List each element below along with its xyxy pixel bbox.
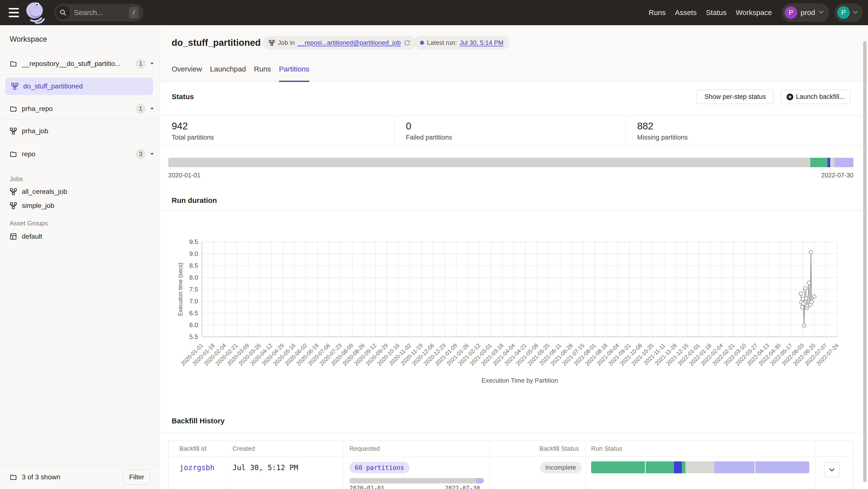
caret-down-icon[interactable] xyxy=(150,107,154,110)
user-menu[interactable]: P xyxy=(834,3,863,22)
top-nav-runs[interactable]: Runs xyxy=(649,8,665,17)
column-header-backfill-status: Backfill Status xyxy=(498,441,579,456)
status-heading: Status xyxy=(172,91,194,103)
top-nav-workspace[interactable]: Workspace xyxy=(736,8,772,17)
tab-overview[interactable]: Overview xyxy=(172,61,202,82)
bar-segment xyxy=(685,461,715,473)
sidebar-item-default[interactable]: default xyxy=(0,229,160,243)
backfill-history-table: Backfill Id Created Requested Backfill S… xyxy=(168,441,854,489)
divider xyxy=(625,115,626,145)
bar-segment xyxy=(591,461,645,473)
backfill-history-heading: Backfill History xyxy=(172,415,224,427)
requested-progress-bar xyxy=(349,478,484,483)
search-input[interactable]: Search... / xyxy=(54,4,144,21)
workspace-sidebar: Workspace __repository__do_stuff_partiti… xyxy=(0,25,160,489)
bar-segment xyxy=(674,461,682,473)
caret-down-icon[interactable] xyxy=(150,153,154,155)
folder-icon xyxy=(10,105,17,112)
plus-circle-icon xyxy=(786,93,794,101)
execution-time-chart[interactable]: 9.59.08.58.07.57.06.56.05.52020-01-01202… xyxy=(160,210,868,389)
svg-text:8.0: 8.0 xyxy=(189,274,198,281)
svg-text:8.5: 8.5 xyxy=(189,262,198,269)
svg-text:9.5: 9.5 xyxy=(189,238,198,246)
item-count-badge: 3 xyxy=(135,149,146,159)
repository-link[interactable]: __reposi...artitioned@partitioned_job xyxy=(298,39,401,46)
search-placeholder: Search... xyxy=(74,8,129,17)
tab-runs[interactable]: Runs xyxy=(254,61,271,82)
partition-counts: 942 Total partitions 0 Failed partitions… xyxy=(160,115,868,145)
launch-backfill-button[interactable]: Launch backfill... xyxy=(780,90,850,104)
deployment-label: prod xyxy=(801,8,815,17)
sidebar-item-repo[interactable]: repo3 xyxy=(0,143,160,165)
divider xyxy=(585,441,586,489)
job-icon xyxy=(269,40,275,46)
search-shortcut-badge: / xyxy=(129,7,139,19)
bar-segment xyxy=(646,461,674,473)
requested-range-end: 2022-07-30 xyxy=(445,485,480,489)
tab-partitions[interactable]: Partitions xyxy=(279,61,309,82)
backfill-created-cell: Jul 30, 5:12 PM xyxy=(232,463,298,472)
sidebar-item-label: default xyxy=(22,233,42,240)
deployment-avatar: P xyxy=(784,6,797,19)
top-nav-links: RunsAssetsStatusWorkspace xyxy=(649,0,772,25)
caret-down-icon[interactable] xyxy=(150,62,154,65)
job-icon xyxy=(10,127,17,135)
sidebar-item-prha-job[interactable]: prha_job xyxy=(0,120,160,143)
sidebar-title: Workspace xyxy=(0,25,160,53)
backfill-id-link[interactable]: jozrgsbh xyxy=(179,463,215,472)
column-header-backfill-id: Backfill Id xyxy=(179,441,206,456)
sidebar-footer: 3 of 3 shown Filter xyxy=(0,465,160,489)
svg-text:6.0: 6.0 xyxy=(189,321,198,329)
divider xyxy=(343,441,344,489)
latest-run-label: Latest run: xyxy=(427,39,457,46)
bar-segment xyxy=(349,478,476,483)
divider xyxy=(815,441,815,489)
total-partitions-value: 942 xyxy=(172,121,188,132)
failed-partitions-label: Failed partitions xyxy=(406,134,452,141)
dagster-logo-icon[interactable] xyxy=(25,1,47,24)
bar-segment xyxy=(835,158,854,167)
run-status-bar[interactable] xyxy=(591,461,809,473)
divider xyxy=(227,441,227,489)
sidebar-item-label: all_cereals_job xyxy=(22,188,67,196)
chevron-down-icon xyxy=(853,10,858,15)
reload-icon[interactable] xyxy=(404,39,410,46)
sidebar-item-do-stuff-partitioned[interactable]: do_stuff_partitioned xyxy=(0,74,160,98)
job-icon xyxy=(11,83,19,90)
divider xyxy=(394,115,395,145)
show-per-step-status-button[interactable]: Show per-step status xyxy=(696,90,774,104)
jobs-list: all_cereals_jobsimple_job xyxy=(0,185,160,213)
dagit-partitions-page: Search... / RunsAssetsStatusWorkspace P … xyxy=(0,0,868,489)
vertical-scrollbar[interactable] xyxy=(863,41,867,482)
bar-segment xyxy=(714,461,754,473)
column-header-created: Created xyxy=(232,441,255,456)
asset-groups-section-label: Asset Groups xyxy=(0,220,160,229)
partition-status-bar[interactable] xyxy=(168,158,854,167)
job-in-label: Job in xyxy=(278,39,294,46)
top-nav-assets[interactable]: Assets xyxy=(675,8,696,17)
deployment-switcher[interactable]: P prod xyxy=(782,3,829,22)
svg-text:Execution Time by Partition: Execution Time by Partition xyxy=(482,377,558,384)
filter-button[interactable]: Filter xyxy=(123,469,150,485)
expand-row-button[interactable] xyxy=(824,462,840,477)
svg-text:6.5: 6.5 xyxy=(189,309,198,317)
bar-segment xyxy=(476,478,484,483)
sidebar-item-simple_job[interactable]: simple_job xyxy=(0,199,160,213)
run-duration-heading: Run duration xyxy=(172,194,217,206)
sidebar-item-all_cereals_job[interactable]: all_cereals_job xyxy=(0,185,160,199)
sidebar-item-label: prha_job xyxy=(22,127,48,135)
search-icon xyxy=(56,6,70,20)
latest-run-link[interactable]: Jul 30, 5:14 PM xyxy=(460,39,504,46)
menu-icon[interactable] xyxy=(9,8,19,17)
repo-count-summary: 3 of 3 shown xyxy=(22,473,123,481)
folder-icon xyxy=(10,474,17,481)
job-location-pill: Job in __reposi...artitioned@partitioned… xyxy=(263,36,416,50)
top-nav-status[interactable]: Status xyxy=(706,8,726,17)
svg-text:7.0: 7.0 xyxy=(189,298,198,305)
sidebar-item-prha-repo[interactable]: prha_repo1 xyxy=(0,98,160,120)
requested-partitions-chip[interactable]: 60 partitions xyxy=(349,462,409,473)
tab-launchpad[interactable]: Launchpad xyxy=(210,61,246,82)
sidebar-item--repository-do-stuff-partitio-[interactable]: __repository__do_stuff_partitio...1 xyxy=(0,53,160,74)
sidebar-item-label: repo xyxy=(22,150,35,158)
column-header-run-status: Run Status xyxy=(591,441,622,456)
